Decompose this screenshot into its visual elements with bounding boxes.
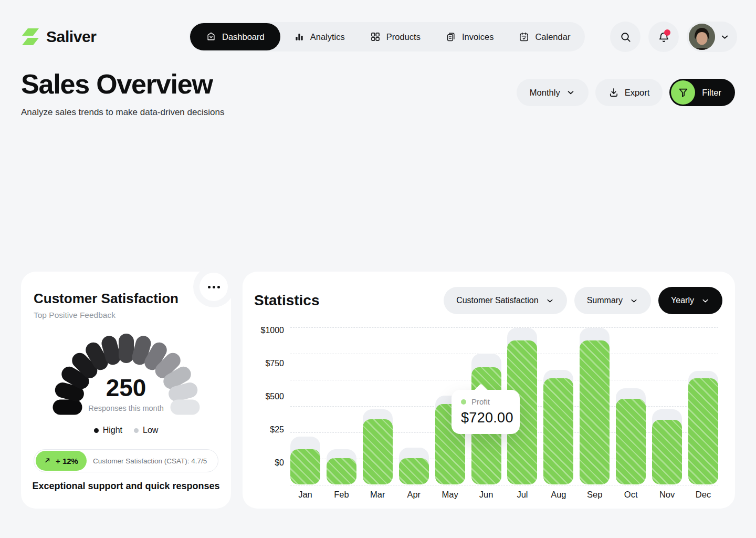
- filter-button-label: Filter: [702, 88, 721, 98]
- satisfaction-card-subtitle: Top Positive Feedback: [34, 311, 116, 320]
- chart-bar-jun[interactable]: Jun: [471, 272, 501, 484]
- x-axis-label: Jul: [517, 490, 528, 500]
- nav-item-calendar[interactable]: Calendar: [507, 23, 582, 50]
- satisfaction-card-title: Customer Satisfaction: [34, 291, 178, 307]
- search-icon: [620, 31, 632, 43]
- chart-bars: JanFebMarAprMayJunJulAugSepOctNovDec: [290, 272, 718, 484]
- gauge-caption: Responses this month: [21, 404, 231, 412]
- x-axis-label: Mar: [370, 490, 385, 500]
- tooltip-value: $720.00: [461, 410, 512, 426]
- x-axis-label: Jun: [479, 490, 494, 500]
- chart-bar-oct[interactable]: Oct: [616, 272, 646, 484]
- chart-bar-dec[interactable]: Dec: [688, 272, 718, 484]
- chart-bar-may[interactable]: May: [435, 272, 465, 484]
- y-axis-tick: $750: [250, 359, 284, 368]
- chart-tooltip: Profit $720.00: [452, 390, 520, 434]
- filter-button[interactable]: Filter: [669, 79, 735, 106]
- chart-bar-feb[interactable]: Feb: [327, 272, 356, 484]
- notifications-button[interactable]: [648, 22, 679, 52]
- bar-fill: [290, 449, 320, 484]
- x-axis-label: Nov: [659, 490, 675, 500]
- nav-item-analytics[interactable]: Analytics: [282, 23, 356, 50]
- trend-badge: + 12%: [36, 451, 87, 471]
- main-nav: DashboardAnalyticsProductsInvoicesCalend…: [189, 22, 585, 51]
- legend-dot: [134, 428, 139, 433]
- chevron-down-icon: [720, 32, 730, 42]
- page-controls: Monthly Export Filter: [517, 79, 735, 106]
- chart-bar-apr[interactable]: Apr: [399, 272, 429, 484]
- gauge-legend: HightLow: [21, 426, 231, 435]
- page-title: Sales Overview: [21, 68, 213, 100]
- bar-fill: [580, 340, 610, 484]
- y-axis-tick: $0: [250, 458, 284, 468]
- export-button[interactable]: Export: [595, 79, 663, 106]
- chart-bar-sep[interactable]: Sep: [580, 272, 610, 484]
- x-axis-label: Feb: [334, 490, 349, 500]
- bar-fill: [399, 458, 429, 484]
- period-select[interactable]: Monthly: [517, 79, 589, 106]
- invoice-icon: [446, 32, 456, 42]
- nav-item-invoices[interactable]: Invoices: [434, 23, 506, 50]
- home-icon: [206, 32, 216, 42]
- trend-badge-label: + 12%: [56, 457, 78, 465]
- filter-icon: [671, 80, 695, 105]
- customer-satisfaction-card: Customer Satisfaction Top Positive Feedb…: [21, 272, 231, 509]
- user-menu[interactable]: [687, 22, 737, 52]
- csat-summary: + 12% Customer Satisfaction (CSAT): 4.7/…: [34, 449, 218, 472]
- x-axis-label: Sep: [587, 490, 602, 500]
- chart-bar-aug[interactable]: Aug: [543, 272, 573, 484]
- bar-fill: [363, 419, 393, 484]
- nav-item-label: Products: [386, 32, 421, 42]
- chart-bar-jan[interactable]: Jan: [290, 272, 320, 484]
- csat-score-text: Customer Satisfaction (CSAT): 4.7/5: [93, 457, 207, 465]
- tooltip-series-dot: [461, 399, 466, 405]
- notification-dot: [664, 29, 670, 36]
- card-menu-button[interactable]: [200, 273, 228, 301]
- satisfaction-footnote: Exceptional support and quick responses: [21, 481, 231, 492]
- gridline: [290, 485, 718, 485]
- legend-dot: [94, 428, 99, 433]
- topbar-actions: [610, 22, 737, 52]
- legend-low: Low: [134, 426, 158, 435]
- avatar: [689, 24, 715, 50]
- nav-item-label: Analytics: [310, 32, 345, 42]
- bar-fill: [616, 399, 646, 484]
- calendar-icon: [519, 32, 529, 42]
- profit-bar-chart: JanFebMarAprMayJunJulAugSepOctNovDec Pro…: [243, 272, 735, 509]
- x-axis-label: May: [442, 490, 458, 500]
- nav-item-dashboard[interactable]: Dashboard: [190, 23, 280, 50]
- chart-bar-nov[interactable]: Nov: [652, 272, 682, 484]
- chart-bar-mar[interactable]: Mar: [363, 272, 393, 484]
- bar-fill: [652, 420, 682, 484]
- brand-logo[interactable]: Saliver: [21, 27, 97, 46]
- x-axis-label: Aug: [551, 490, 566, 500]
- export-button-label: Export: [625, 88, 650, 98]
- statistics-card: Statistics Customer Satisfaction Summary…: [243, 272, 735, 509]
- nav-item-label: Calendar: [535, 32, 570, 42]
- search-button[interactable]: [610, 22, 640, 52]
- bar-fill: [543, 378, 573, 484]
- nav-item-label: Dashboard: [222, 32, 265, 42]
- x-axis-label: Dec: [696, 490, 711, 500]
- saliver-logo-icon: [21, 27, 40, 46]
- x-axis-label: Oct: [624, 490, 638, 500]
- chart-bar-jul[interactable]: Jul: [507, 272, 537, 484]
- bar-fill: [327, 458, 356, 484]
- chevron-down-icon: [566, 88, 575, 97]
- gauge-segment: [119, 334, 134, 363]
- grid-icon: [370, 32, 381, 42]
- period-select-label: Monthly: [530, 88, 560, 98]
- bar-fill: [688, 378, 718, 484]
- brand-name: Saliver: [46, 28, 97, 46]
- tooltip-series-label: Profit: [471, 397, 490, 406]
- y-axis-tick: $500: [250, 392, 284, 401]
- page-subtitle: Analyze sales trends to make data-driven…: [21, 107, 224, 118]
- legend-hight: Hight: [94, 426, 122, 435]
- nav-item-label: Invoices: [462, 32, 494, 42]
- y-axis-tick: $25: [250, 425, 284, 434]
- arrow-up-right-icon: [44, 457, 52, 465]
- bar-chart-icon: [294, 32, 304, 42]
- gauge-value: 250: [21, 374, 231, 402]
- x-axis-label: Apr: [407, 490, 421, 500]
- nav-item-products[interactable]: Products: [359, 23, 432, 50]
